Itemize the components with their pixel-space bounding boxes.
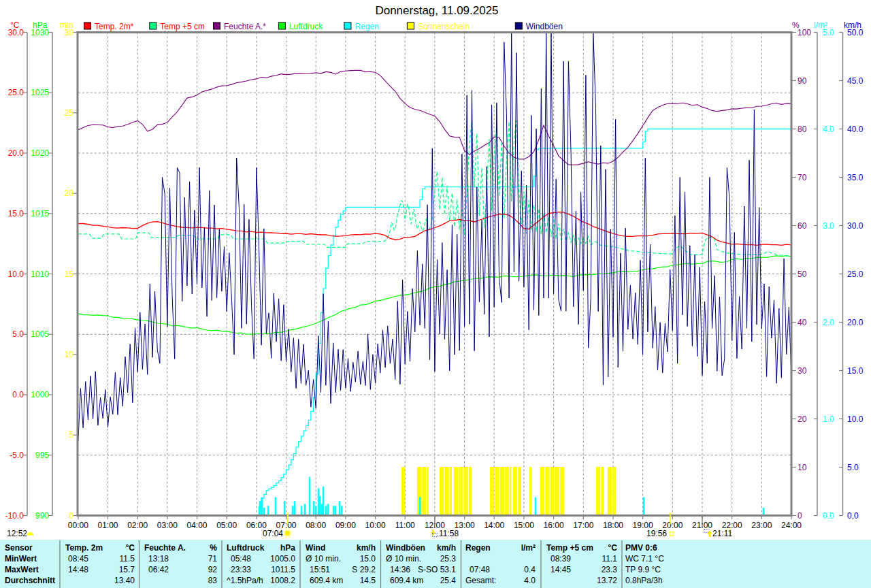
svg-text:S 29.2: S 29.2 [352,565,376,574]
svg-text:25.3: 25.3 [440,554,457,564]
svg-text:04:00: 04:00 [186,521,207,530]
svg-text:40.0: 40.0 [847,125,864,134]
svg-text:Luftdruck: Luftdruck [289,22,323,31]
svg-text:08:45: 08:45 [68,554,88,564]
svg-text:05:00: 05:00 [216,521,237,530]
svg-text:0.4: 0.4 [524,565,536,574]
svg-text:1025: 1025 [31,88,49,97]
svg-text:00:00: 00:00 [68,521,88,530]
svg-text:11:58: 11:58 [439,529,459,538]
svg-text:MaxWert: MaxWert [5,565,39,574]
svg-text:15.7: 15.7 [119,565,135,574]
svg-text:30.0: 30.0 [847,221,864,231]
svg-text:20.0: 20.0 [847,318,864,327]
svg-text:80: 80 [798,125,807,134]
svg-text:19:56: 19:56 [646,529,667,538]
svg-text:07:48: 07:48 [470,565,490,574]
svg-text:50: 50 [798,270,807,279]
svg-text:5.0: 5.0 [847,463,859,472]
svg-text:Feuchte A.*: Feuchte A.* [224,22,266,31]
svg-text:25.0: 25.0 [8,88,24,97]
svg-text:0: 0 [798,511,802,521]
svg-text:25.0: 25.0 [847,270,864,279]
svg-text:0.8hPa/3h: 0.8hPa/3h [625,576,663,585]
svg-text:10: 10 [798,463,807,472]
svg-text:Temp. 2m*: Temp. 2m* [95,22,134,31]
svg-text:Regen: Regen [465,543,491,553]
svg-text:°C: °C [126,543,135,553]
svg-text:21:00: 21:00 [692,521,712,530]
svg-text:17:00: 17:00 [573,521,593,530]
svg-text:Temp. 2m: Temp. 2m [65,543,103,553]
svg-text:4.0: 4.0 [823,125,834,134]
svg-text:10.0: 10.0 [8,270,24,279]
svg-text:1005.0: 1005.0 [270,554,295,564]
svg-text:60: 60 [798,221,807,231]
svg-text:16:00: 16:00 [544,521,564,530]
svg-text:-10.0: -10.0 [5,511,24,521]
svg-text:%: % [792,20,800,30]
svg-text:Gesamt:: Gesamt: [465,576,496,585]
svg-text:Windböen: Windböen [526,22,563,31]
svg-text:Temp +5 cm: Temp +5 cm [160,22,205,31]
svg-text:min: min [60,20,73,30]
svg-text:Regen: Regen [355,22,378,31]
svg-text:25: 25 [65,108,74,118]
svg-text:Temp +5 cm: Temp +5 cm [546,543,593,553]
svg-text:0.0: 0.0 [12,390,24,399]
svg-text:°C: °C [608,543,618,553]
svg-text:0.0: 0.0 [847,511,859,521]
svg-text:2.0: 2.0 [823,318,834,327]
svg-text:15.0: 15.0 [847,366,864,376]
svg-text:15:00: 15:00 [514,521,534,530]
svg-text:Ø 10 min.: Ø 10 min. [386,554,421,564]
svg-text:70: 70 [798,173,807,182]
svg-text:km/h: km/h [357,543,376,553]
svg-text:Ø 10 min.: Ø 10 min. [306,554,341,564]
svg-text:1000: 1000 [31,390,49,399]
svg-text:18:00: 18:00 [603,521,623,530]
svg-text:1011.5: 1011.5 [271,565,295,574]
svg-text:609.4 km: 609.4 km [310,576,343,585]
svg-text:10:00: 10:00 [365,521,386,530]
svg-text:09:00: 09:00 [335,521,356,530]
svg-text:14:48: 14:48 [68,565,88,574]
svg-text:14:00: 14:00 [484,521,504,530]
svg-text:12:52: 12:52 [7,529,27,538]
svg-text:km/h: km/h [844,20,861,30]
svg-text:-5.0: -5.0 [10,451,24,460]
svg-text:990: 990 [35,511,49,521]
svg-text:1008.2: 1008.2 [270,576,295,585]
svg-text:83: 83 [208,576,218,585]
svg-text:°C: °C [10,20,20,30]
svg-text:45.0: 45.0 [847,76,864,86]
svg-text:24:00: 24:00 [781,521,802,530]
svg-text:1.0: 1.0 [823,414,834,424]
svg-text:3.0: 3.0 [823,221,834,231]
svg-text:5: 5 [69,430,73,440]
svg-text:Wind: Wind [306,543,325,553]
svg-text:71: 71 [208,554,218,564]
svg-text:23:00: 23:00 [751,521,772,530]
svg-text:15.0: 15.0 [360,554,376,564]
svg-text:4.0: 4.0 [524,576,536,585]
svg-text:13:18: 13:18 [148,554,169,564]
svg-text:100: 100 [798,28,811,37]
svg-text:20: 20 [798,414,807,424]
svg-text:05:48: 05:48 [231,554,251,564]
svg-text:14:45: 14:45 [550,565,571,574]
svg-text:TP 9.9 °C: TP 9.9 °C [625,565,661,574]
svg-text:11.1: 11.1 [602,554,618,564]
svg-text:hPa: hPa [280,543,295,553]
svg-text:l/m²: l/m² [521,543,536,553]
svg-text:14:36: 14:36 [390,565,410,574]
svg-text:13.40: 13.40 [114,576,135,585]
svg-text:Windböen: Windböen [386,543,425,553]
svg-text:23:33: 23:33 [231,565,251,574]
svg-text:13.72: 13.72 [597,576,617,585]
svg-text:hPa: hPa [33,20,48,30]
svg-text:25.4: 25.4 [440,576,457,585]
svg-text:^1.5hPa/h: ^1.5hPa/h [227,576,263,585]
svg-text:10: 10 [65,350,74,359]
svg-text:90: 90 [798,76,807,86]
